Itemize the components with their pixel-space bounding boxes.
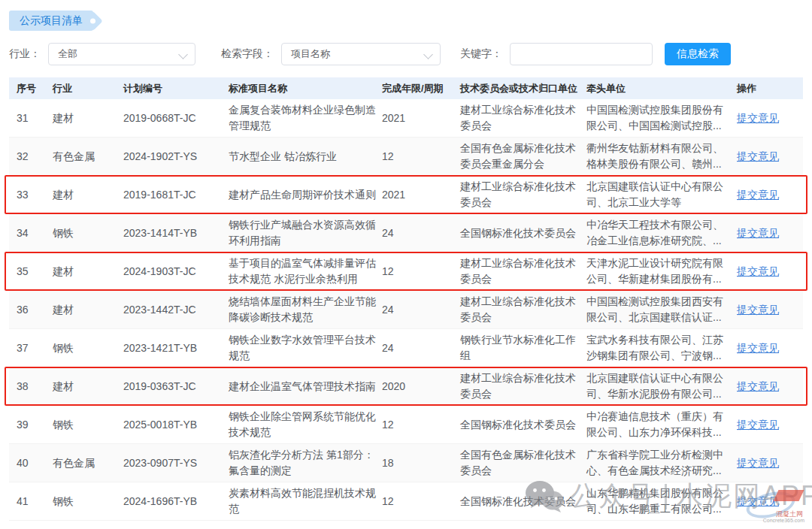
chevron-down-icon bbox=[178, 50, 188, 59]
cell-plan-no: 2019-0668T-JC bbox=[123, 107, 223, 129]
cell-no: 33 bbox=[17, 184, 47, 206]
cell-committee: 全国钢标准化技术委员会 bbox=[460, 491, 580, 512]
submit-feedback-link[interactable]: 提交意见 bbox=[737, 495, 779, 507]
industry-select-value: 全部 bbox=[58, 47, 77, 61]
column-header-lead-unit: 牵头单位 bbox=[586, 82, 731, 95]
cell-committee: 全国有色金属标准化技术委员会重金属分会 bbox=[460, 138, 580, 175]
column-header-plan-no: 计划编号 bbox=[123, 82, 223, 95]
cell-lead-unit: 中冶赛迪信息技术（重庆）有限公司、山东力净环保科技... bbox=[586, 406, 731, 443]
cell-committee: 建材工业综合标准化技术委员会 bbox=[460, 99, 580, 137]
cell-project-name: 节水型企业 钴冶炼行业 bbox=[229, 146, 376, 168]
search-field-select[interactable]: 项目名称 bbox=[281, 43, 441, 65]
cell-action: 提交意见 bbox=[737, 222, 795, 244]
cell-period: 24 bbox=[382, 337, 454, 359]
cell-committee: 全国钢标准化技术委员会 bbox=[460, 414, 580, 436]
cell-project-name: 烧结墙体屋面材料生产企业节能降碳诊断技术规范 bbox=[229, 291, 376, 328]
cell-project-name: 基于项目的温室气体减排量评估技术规范 水泥行业余热利用 bbox=[229, 252, 376, 290]
column-header-industry: 行业 bbox=[53, 82, 117, 95]
cell-period: 12 bbox=[382, 414, 454, 436]
column-header-action: 操作 bbox=[737, 82, 795, 95]
cell-committee: 建材工业综合标准化技术委员会 bbox=[460, 176, 580, 213]
cell-no: 38 bbox=[17, 376, 47, 398]
cell-period: 12 bbox=[382, 261, 454, 283]
cell-action: 提交意见 bbox=[737, 337, 795, 359]
cell-no: 39 bbox=[17, 414, 47, 436]
cell-industry: 有色金属 bbox=[53, 146, 117, 168]
table-body: 31建材2019-0668T-JC金属复合装饰材料企业绿色制造管理规范2021建… bbox=[9, 99, 803, 521]
table-row: 37钢铁2023-1421T-YB钢铁企业数字水效管理平台技术规范24钢铁行业节… bbox=[9, 329, 803, 367]
submit-feedback-link[interactable]: 提交意见 bbox=[737, 342, 779, 354]
cell-project-name: 建材产品生命周期评价技术通则 bbox=[229, 184, 376, 206]
industry-label: 行业： bbox=[9, 47, 41, 61]
filter-bar: 行业： 全部 检索字段： 项目名称 关键字： 信息检索 bbox=[9, 42, 803, 66]
page-title-tag: 公示项目清单 bbox=[9, 11, 93, 31]
table-header-row: 序号行业计划编号标准项目名称完成年限/周期技术委员会或技术归口单位牵头单位操作 bbox=[9, 77, 803, 99]
cell-industry: 有色金属 bbox=[53, 452, 117, 474]
cell-no: 32 bbox=[17, 146, 47, 168]
cell-industry: 建材 bbox=[53, 261, 117, 283]
table-row: 39钢铁2025-0018T-YB钢铁企业除尘管网系统节能优化技术规范12全国钢… bbox=[9, 406, 803, 444]
cell-industry: 钢铁 bbox=[53, 222, 117, 244]
submit-feedback-link[interactable]: 提交意见 bbox=[737, 265, 779, 277]
cell-action: 提交意见 bbox=[737, 107, 795, 129]
table-row: 32有色金属2024-1902T-YS节水型企业 钴冶炼行业12全国有色金属标准… bbox=[9, 138, 803, 176]
cell-action: 提交意见 bbox=[737, 146, 795, 168]
cell-period: 2020 bbox=[382, 376, 454, 398]
cell-industry: 钢铁 bbox=[53, 337, 117, 359]
cell-industry: 钢铁 bbox=[53, 491, 117, 512]
cell-industry: 钢铁 bbox=[53, 414, 117, 436]
submit-feedback-link[interactable]: 提交意见 bbox=[737, 457, 779, 469]
table-row: 33建材2019-1681T-JC建材产品生命周期评价技术通则2021建材工业综… bbox=[9, 176, 803, 214]
cell-period: 24 bbox=[382, 299, 454, 321]
cell-committee: 建材工业综合标准化技术委员会 bbox=[460, 291, 580, 328]
tag-dot-decoration bbox=[90, 18, 95, 23]
cell-industry: 建材 bbox=[53, 376, 117, 398]
column-header-no: 序号 bbox=[17, 82, 47, 95]
industry-select[interactable]: 全部 bbox=[48, 43, 195, 65]
cell-plan-no: 2019-1681T-JC bbox=[123, 184, 223, 206]
cell-no: 31 bbox=[17, 107, 47, 129]
cell-no: 35 bbox=[17, 261, 47, 283]
submit-feedback-link[interactable]: 提交意见 bbox=[737, 112, 779, 124]
cell-lead-unit: 宝武水务科技有限公司、江苏沙钢集团有限公司、宁波钢... bbox=[586, 329, 731, 367]
cell-industry: 建材 bbox=[53, 107, 117, 129]
cell-period: 18 bbox=[382, 452, 454, 474]
submit-feedback-link[interactable]: 提交意见 bbox=[737, 419, 779, 431]
cell-no: 34 bbox=[17, 222, 47, 244]
table-row: 31建材2019-0668T-JC金属复合装饰材料企业绿色制造管理规范2021建… bbox=[9, 99, 803, 138]
submit-feedback-link[interactable]: 提交意见 bbox=[737, 304, 779, 316]
cell-no: 41 bbox=[17, 491, 47, 512]
cell-no: 40 bbox=[17, 452, 47, 474]
cell-project-name: 炭素材料高效节能混捏机技术规范 bbox=[229, 482, 376, 520]
cell-lead-unit: 北京国建联信认证中心有限公司、华新水泥股份有限公司... bbox=[586, 367, 731, 405]
cell-lead-unit: 北京国建联信认证中心有限公司、北京工业大学等 bbox=[586, 176, 731, 213]
cell-project-name: 建材企业温室气体管理技术指南 bbox=[229, 376, 376, 398]
search-button[interactable]: 信息检索 bbox=[665, 43, 731, 65]
cell-lead-unit: 广东省科学院工业分析检测中心、有色金属技术经济研究... bbox=[586, 444, 731, 482]
cell-period: 12 bbox=[382, 491, 454, 512]
submit-feedback-link[interactable]: 提交意见 bbox=[737, 227, 779, 239]
cell-committee: 建材工业综合标准化技术委员会 bbox=[460, 367, 580, 405]
table-row: 35建材2024-1903T-JC基于项目的温室气体减排量评估技术规范 水泥行业… bbox=[9, 252, 803, 291]
cell-lead-unit: 中国国检测试控股集团西安有限公司、北京国建联信认证... bbox=[586, 291, 731, 328]
cell-plan-no: 2023-1421T-YB bbox=[123, 337, 223, 359]
cell-committee: 钢铁行业节水标准化工作组 bbox=[460, 329, 580, 367]
cell-action: 提交意见 bbox=[737, 376, 795, 398]
cell-action: 提交意见 bbox=[737, 299, 795, 321]
submit-feedback-link[interactable]: 提交意见 bbox=[737, 380, 779, 392]
cell-project-name: 钢铁企业除尘管网系统节能优化技术规范 bbox=[229, 406, 376, 443]
keyword-input[interactable] bbox=[510, 43, 653, 65]
cell-project-name: 铝灰渣化学分析方法 第1部分：氟含量的测定 bbox=[229, 444, 376, 482]
cell-committee: 建材工业综合标准化技术委员会 bbox=[460, 252, 580, 290]
cell-plan-no: 2023-0907T-YS bbox=[123, 452, 223, 474]
column-header-committee: 技术委员会或技术归口单位 bbox=[460, 82, 580, 95]
cell-plan-no: 2023-1414T-YB bbox=[123, 222, 223, 244]
column-header-period: 完成年限/周期 bbox=[382, 82, 454, 95]
submit-feedback-link[interactable]: 提交意见 bbox=[737, 150, 779, 162]
cell-period: 24 bbox=[382, 222, 454, 244]
cell-plan-no: 2024-1903T-JC bbox=[123, 261, 223, 283]
submit-feedback-link[interactable]: 提交意见 bbox=[737, 189, 779, 201]
cell-period: 12 bbox=[382, 146, 454, 168]
cell-lead-unit: 衢州华友钴新材料有限公司、格林美股份有限公司、赣州... bbox=[586, 138, 731, 175]
cell-project-name: 金属复合装饰材料企业绿色制造管理规范 bbox=[229, 99, 376, 137]
